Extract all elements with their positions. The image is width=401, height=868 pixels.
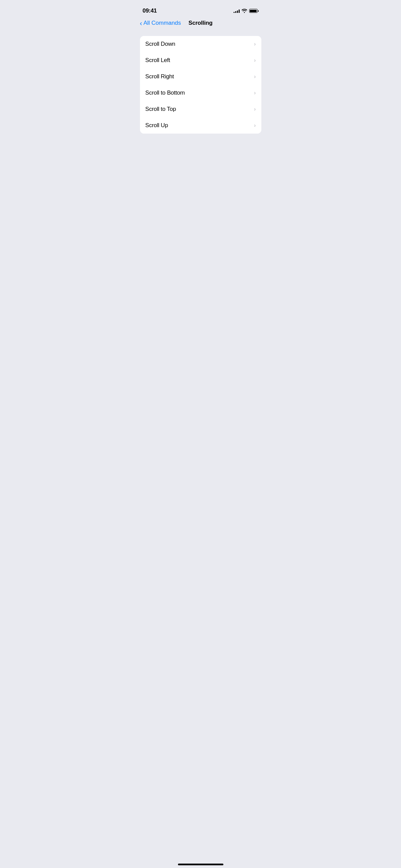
back-chevron-icon: ‹ xyxy=(140,20,142,26)
list-item-scroll-to-bottom[interactable]: Scroll to Bottom› xyxy=(140,85,261,101)
list-item-scroll-down[interactable]: Scroll Down› xyxy=(140,36,261,52)
chevron-right-icon: › xyxy=(254,57,256,63)
list-item-scroll-left[interactable]: Scroll Left› xyxy=(140,52,261,68)
battery-icon xyxy=(249,9,259,13)
chevron-right-icon: › xyxy=(254,41,256,47)
list-item-scroll-to-top[interactable]: Scroll to Top› xyxy=(140,101,261,117)
status-icons xyxy=(234,9,259,13)
page-title: Scrolling xyxy=(188,20,213,26)
wifi-icon xyxy=(242,9,247,13)
back-button[interactable]: ‹ All Commands xyxy=(140,20,181,26)
list-item-label-scroll-right: Scroll Right xyxy=(145,73,174,80)
list-item-label-scroll-up: Scroll Up xyxy=(145,122,168,129)
list-item-label-scroll-to-bottom: Scroll to Bottom xyxy=(145,90,185,96)
list-item-scroll-up[interactable]: Scroll Up› xyxy=(140,117,261,134)
chevron-right-icon: › xyxy=(254,122,256,129)
chevron-right-icon: › xyxy=(254,106,256,112)
list-item-label-scroll-left: Scroll Left xyxy=(145,57,170,64)
status-time: 09:41 xyxy=(143,7,157,14)
commands-list: Scroll Down›Scroll Left›Scroll Right›Scr… xyxy=(140,36,261,134)
signal-bars-icon xyxy=(234,9,240,13)
nav-bar: ‹ All Commands Scrolling xyxy=(135,17,267,31)
status-bar: 09:41 xyxy=(135,0,267,17)
chevron-right-icon: › xyxy=(254,74,256,80)
list-item-scroll-right[interactable]: Scroll Right› xyxy=(140,68,261,85)
chevron-right-icon: › xyxy=(254,90,256,96)
list-item-label-scroll-to-top: Scroll to Top xyxy=(145,106,176,113)
content-area: Scroll Down›Scroll Left›Scroll Right›Scr… xyxy=(135,31,267,134)
list-item-label-scroll-down: Scroll Down xyxy=(145,41,176,47)
back-label: All Commands xyxy=(143,20,181,26)
